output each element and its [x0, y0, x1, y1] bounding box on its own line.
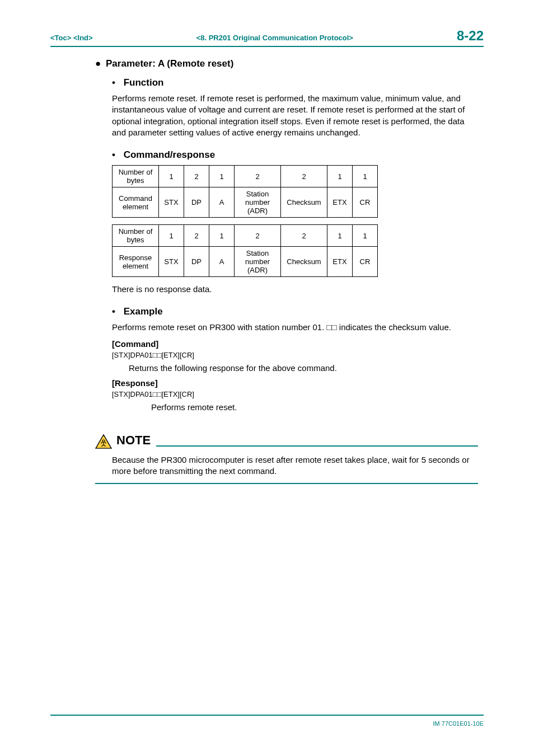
ind-link[interactable]: <Ind> — [73, 34, 93, 42]
table-row: Response element STX DP A Station number… — [113, 247, 378, 277]
cell: 2 — [184, 225, 209, 247]
note-rule — [156, 445, 478, 447]
page: <Toc> <Ind> <8. PR201 Original Communica… — [0, 0, 534, 756]
cell: STX — [159, 247, 184, 277]
page-header: <Toc> <Ind> <8. PR201 Original Communica… — [50, 28, 484, 47]
cell: A — [209, 187, 235, 218]
cell: DP — [184, 247, 209, 277]
cell: DP — [184, 187, 209, 218]
command-returns: Returns the following response for the a… — [95, 363, 478, 374]
cmdresp-heading-text: Command/response — [124, 149, 215, 160]
response-frame-table: Number of bytes 1 2 1 2 2 1 1 Response e… — [112, 224, 378, 277]
cell: Checksum — [281, 247, 327, 277]
bullet-icon: • — [112, 306, 115, 317]
cell: CR — [353, 247, 378, 277]
cell: 1 — [209, 166, 235, 187]
cmdresp-heading: • Command/response — [95, 149, 478, 161]
cell: 2 — [184, 166, 209, 187]
cell: 1 — [353, 225, 378, 247]
table-row: Number of bytes 1 2 1 2 2 1 1 — [113, 225, 378, 247]
header-nav: <Toc> <Ind> — [50, 34, 93, 42]
function-heading-text: Function — [124, 77, 164, 88]
response-line: [STX]DPA01□□[ETX][CR] — [95, 390, 478, 398]
cell: 2 — [235, 225, 281, 247]
command-label: [Command] — [95, 339, 478, 349]
cell: 1 — [353, 166, 378, 187]
table-row: Number of bytes 1 2 1 2 2 1 1 — [113, 166, 378, 187]
bullet-icon: • — [112, 77, 115, 88]
bullet-icon: ● — [95, 58, 101, 69]
cell: A — [209, 247, 235, 277]
footer-doc-id: IM 77C01E01-10E — [433, 720, 484, 727]
page-number: 8-22 — [457, 28, 484, 44]
cell: 1 — [159, 225, 184, 247]
cell: 2 — [235, 166, 281, 187]
cell: ETX — [327, 187, 353, 218]
function-heading: • Function — [95, 77, 478, 88]
chapter-title: <8. PR201 Original Communication Protoco… — [196, 34, 353, 42]
note-header: NOTE — [95, 422, 478, 449]
cell: Checksum — [281, 187, 327, 218]
example-heading-text: Example — [124, 306, 163, 317]
footer-rule — [50, 715, 484, 716]
svg-marker-0 — [96, 435, 111, 448]
cell: STX — [159, 187, 184, 218]
cell: ETX — [327, 247, 353, 277]
warning-icon — [95, 434, 112, 449]
response-action: Performs remote reset. — [95, 402, 478, 413]
cell: Response element — [113, 247, 159, 277]
cell: CR — [353, 187, 378, 218]
parameter-heading: ● Parameter: A (Remote reset) — [95, 58, 478, 69]
toc-link[interactable]: <Toc> — [50, 34, 71, 42]
note-body: Because the PR300 microcomputer is reset… — [95, 449, 478, 484]
no-response-note: There is no response data. — [95, 284, 478, 295]
bullet-icon: • — [112, 149, 115, 160]
cell: Number of bytes — [113, 225, 159, 247]
parameter-title-text: Parameter: A (Remote reset) — [106, 58, 233, 69]
cell: 2 — [281, 225, 327, 247]
command-frame-table: Number of bytes 1 2 1 2 2 1 1 Command el… — [112, 165, 378, 218]
example-intro: Performs remote reset on PR300 with stat… — [95, 322, 478, 333]
content-area: ● Parameter: A (Remote reset) • Function… — [50, 58, 484, 484]
cell: 1 — [209, 225, 235, 247]
cell: 2 — [281, 166, 327, 187]
cell: 1 — [159, 166, 184, 187]
example-heading: • Example — [95, 306, 478, 317]
cell: Station number (ADR) — [235, 187, 281, 218]
table-row: Command element STX DP A Station number … — [113, 187, 378, 218]
response-label: [Response] — [95, 378, 478, 388]
cell: Number of bytes — [113, 166, 159, 187]
function-description: Performs remote reset. If remote reset i… — [95, 93, 478, 138]
command-line: [STX]DPA01□□[ETX][CR] — [95, 351, 478, 359]
cell: Command element — [113, 187, 159, 218]
note-title: NOTE — [116, 433, 151, 449]
cell: 1 — [327, 166, 353, 187]
cell: Station number (ADR) — [235, 247, 281, 277]
cell: 1 — [327, 225, 353, 247]
